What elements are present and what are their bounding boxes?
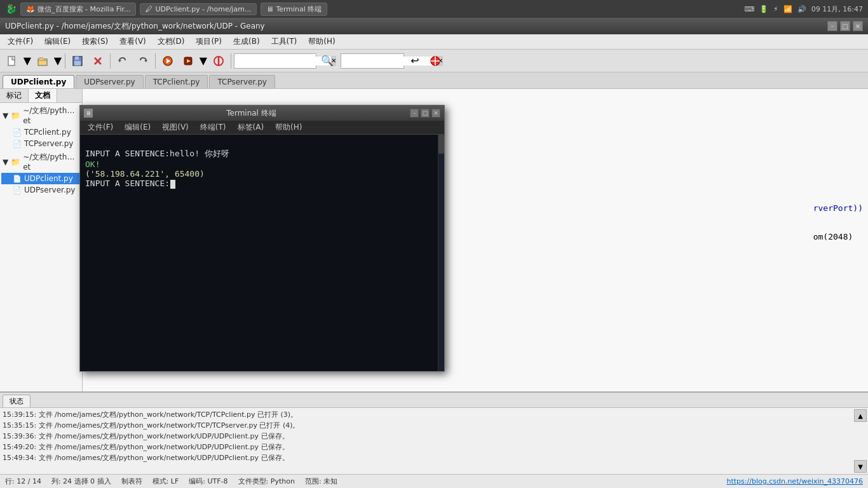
redo-button[interactable]	[133, 52, 153, 70]
geany-menubar: 文件(F) 编辑(E) 搜索(S) 查看(V) 文档(D) 项目(P) 生成(B…	[0, 34, 868, 50]
geany-statusbar: 行: 12 / 14 列: 24 选择 0 插入 制表符 模式: LF 编码: …	[0, 474, 868, 488]
geany-titlebar: UDPclient.py - /home/james/文档/python_wor…	[0, 18, 868, 34]
terminal-taskbar-title: Terminal 终端	[276, 4, 322, 14]
undo-button[interactable]	[113, 52, 132, 70]
tab-udpserver[interactable]: UDPserver.py	[76, 75, 143, 88]
term-menu-edit[interactable]: 编辑(E)	[119, 121, 156, 133]
taskbar-geany-btn[interactable]: 🖊 UDPclient.py - /home/jam...	[140, 3, 257, 15]
code-line-rverport: rverPort))	[813, 203, 863, 213]
build-button[interactable]	[179, 52, 198, 70]
taskbar: 🐉 🦊 微信_百度搜索 - Mozilla Fir... 🖊 UDPclient…	[0, 0, 868, 18]
menu-tools[interactable]: 工具(T)	[266, 35, 302, 48]
new-dropdown-button[interactable]: ▼	[23, 52, 32, 70]
sidebar-tab-marks[interactable]: 标记	[0, 89, 29, 102]
minimize-button[interactable]: －	[827, 21, 837, 31]
menu-edit[interactable]: 编辑(E)	[39, 35, 76, 48]
term-menu-terminal[interactable]: 终端(T)	[195, 121, 231, 133]
term-menu-help[interactable]: 帮助(H)	[270, 121, 307, 133]
file-icon-udpserver: 📄	[13, 186, 22, 194]
replace-box: ✕	[341, 53, 404, 69]
terminal-title-text: Terminal 终端	[93, 108, 410, 119]
search-input[interactable]	[236, 57, 331, 65]
search-icon[interactable]: 🔍	[318, 52, 337, 70]
menu-project[interactable]: 项目(P)	[191, 35, 227, 48]
run-button-arrow[interactable]: ▼	[199, 52, 208, 70]
folder-icon-2: 📁	[11, 158, 20, 166]
stop-button[interactable]	[209, 52, 228, 70]
volume-icon: 🔊	[797, 5, 806, 13]
close-button[interactable]: ✕	[853, 21, 863, 31]
scroll-up-button[interactable]: ▲	[854, 409, 867, 422]
clock: 09 11月, 16:47	[811, 4, 863, 14]
open-dropdown-button[interactable]: ▼	[53, 52, 62, 70]
terminal-cursor	[170, 180, 175, 189]
terminal-restore-button[interactable]: □	[421, 109, 430, 118]
status-selection: 列: 24 选择 0 插入	[51, 477, 111, 486]
taskbar-terminal-btn[interactable]: 🖥 Terminal 终端	[261, 3, 327, 16]
menu-search[interactable]: 搜索(S)	[77, 35, 113, 48]
color-button[interactable]	[426, 52, 445, 70]
menu-file[interactable]: 文件(F)	[3, 35, 38, 48]
bottom-content[interactable]: ▲ 15:39:15: 文件 /home/james/文档/python_wor…	[0, 408, 868, 474]
tab-udpclient[interactable]: UDPclient.py	[3, 75, 74, 88]
collapse-icon-2: ▼	[3, 158, 8, 166]
status-mode: 模式: LF	[153, 477, 179, 486]
terminal-window: 🖥 Terminal 终端 － □ ✕ 文件(F) 编辑(E) 视图(V) 终端…	[79, 105, 445, 372]
term-menu-view[interactable]: 视图(V)	[157, 121, 194, 133]
sidebar-group-udp: ▼ 📁 ~/文档/pyth…et 📄 UDPclient.py 📄 UDPser…	[1, 151, 81, 196]
save-button[interactable]	[68, 52, 87, 70]
geany-sidebar: 标记 文档 ▼ 📁 ~/文档/pyth…et 📄 TCPclient.py 📄	[0, 89, 83, 391]
menu-help[interactable]: 帮助(H)	[303, 35, 340, 48]
term-line-2: OK!	[85, 159, 100, 169]
tab-tcpclient[interactable]: TCPclient.py	[145, 75, 208, 88]
taskbar-browser-btn[interactable]: 🦊 微信_百度搜索 - Mozilla Fir...	[20, 3, 136, 16]
compile-button[interactable]	[158, 52, 177, 70]
system-icon: 🐉	[5, 3, 17, 15]
term-menu-tabs[interactable]: 标签(A)	[233, 121, 269, 133]
terminal-output[interactable]: INPUT A SENTENCE:hello! 你好呀 OK! ('58.198…	[80, 135, 444, 371]
svg-rect-3	[75, 57, 79, 60]
terminal-icon: 🖥	[266, 5, 273, 13]
toolbar-separator-2	[110, 53, 111, 69]
terminal-minimize-button[interactable]: －	[410, 109, 419, 118]
sidebar-item-tcpclient[interactable]: 📄 TCPclient.py	[1, 126, 81, 138]
scroll-down-button[interactable]: ▼	[854, 460, 867, 473]
tab-tcpserver[interactable]: TCPserver.py	[209, 75, 275, 88]
code-line-om: om(2048)	[813, 232, 863, 241]
sidebar-item-tcpserver[interactable]: 📄 TCPserver.py	[1, 138, 81, 149]
new-button[interactable]	[3, 52, 22, 70]
sidebar-group-udp-header[interactable]: ▼ 📁 ~/文档/pyth…et	[1, 151, 81, 173]
geany-tabs: UDPclient.py UDPserver.py TCPclient.py T…	[0, 72, 868, 89]
geany-window-title: UDPclient.py - /home/james/文档/python_wor…	[5, 21, 265, 32]
log-line-5: 15:49:34: 文件 /home/james/文档/python_work/…	[3, 452, 865, 463]
folder-icon: 📁	[11, 111, 20, 120]
close-file-button[interactable]	[88, 52, 107, 70]
status-filetype: 文件类型: Python	[238, 477, 295, 486]
maximize-button[interactable]: □	[840, 21, 850, 31]
terminal-titlebar-buttons: － □ ✕	[410, 109, 440, 118]
bottom-tab-status[interactable]: 状态	[3, 395, 31, 407]
geany-icon: 🖊	[146, 5, 153, 13]
jump-back-button[interactable]: ↩	[405, 52, 424, 70]
collapse-icon: ▼	[3, 111, 8, 120]
sidebar-item-udpserver[interactable]: 📄 UDPserver.py	[1, 184, 81, 196]
term-menu-file[interactable]: 文件(F)	[83, 121, 118, 133]
toolbar-separator-3	[155, 53, 156, 69]
terminal-close-button[interactable]: ✕	[431, 109, 440, 118]
sidebar-group-tcp-header[interactable]: ▼ 📁 ~/文档/pyth…et	[1, 104, 81, 126]
log-line-2: 15:35:15: 文件 /home/james/文档/python_work/…	[3, 420, 865, 431]
geany-taskbar-title: UDPclient.py - /home/jam...	[155, 5, 251, 13]
terminal-scroll-thumb	[438, 135, 444, 154]
open-button[interactable]	[33, 52, 52, 70]
menu-document[interactable]: 文档(D)	[153, 35, 190, 48]
sidebar-item-udpclient[interactable]: 📄 UDPclient.py	[1, 173, 81, 184]
menu-build[interactable]: 生成(B)	[228, 35, 265, 48]
terminal-scrollbar[interactable]	[438, 135, 444, 371]
status-line-col: 行: 12 / 14	[5, 477, 41, 486]
battery-icon: 🔋	[759, 5, 768, 13]
term-addr-text: ('58.198.64.221', 65400)	[85, 169, 205, 179]
menu-view[interactable]: 查看(V)	[114, 35, 151, 48]
bluetooth-icon: ⚡	[773, 5, 778, 13]
sidebar-tab-documents[interactable]: 文档	[29, 89, 57, 102]
bottom-tabs: 状态	[0, 393, 868, 408]
